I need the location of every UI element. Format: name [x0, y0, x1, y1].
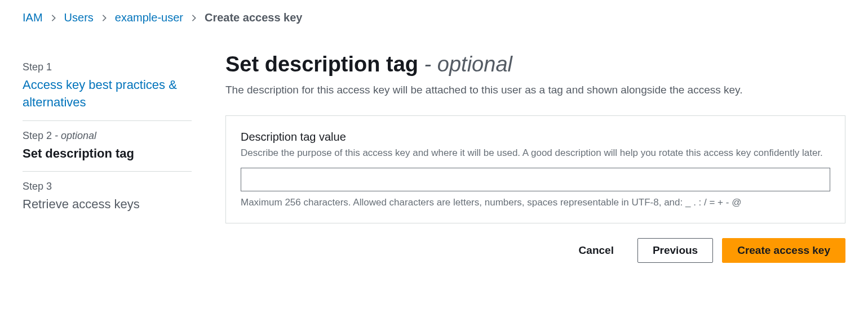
chevron-right-icon	[190, 14, 198, 22]
breadcrumb-iam[interactable]: IAM	[23, 11, 43, 24]
wizard-actions: Cancel Previous Create access key	[225, 238, 845, 263]
step-3: Step 3 Retrieve access keys	[23, 172, 192, 222]
description-tag-help: Describe the purpose of this access key …	[241, 146, 830, 160]
breadcrumb-current: Create access key	[205, 11, 302, 24]
create-access-key-button[interactable]: Create access key	[722, 238, 845, 263]
page-description: The description for this access key will…	[225, 82, 845, 98]
main-content: Set description tag - optional The descr…	[225, 52, 845, 263]
breadcrumb: IAM Users example-user Create access key	[23, 11, 845, 24]
step-2[interactable]: Step 2 - optional Set description tag	[23, 121, 192, 172]
breadcrumb-users[interactable]: Users	[64, 11, 94, 24]
breadcrumb-example-user[interactable]: example-user	[115, 11, 183, 24]
step-2-title: Set description tag	[23, 145, 192, 163]
chevron-right-icon	[100, 14, 108, 22]
description-tag-constraint: Maximum 256 characters. Allowed characte…	[241, 197, 830, 208]
step-navigation: Step 1 Access key best practices & alter…	[23, 52, 192, 263]
previous-button[interactable]: Previous	[637, 238, 713, 263]
step-2-label: Step 2 - optional	[23, 130, 192, 142]
description-tag-panel: Description tag value Describe the purpo…	[225, 115, 845, 224]
step-3-label: Step 3	[23, 181, 192, 192]
chevron-right-icon	[50, 14, 57, 22]
description-tag-label: Description tag value	[241, 131, 830, 144]
step-1-title: Access key best practices & alternatives	[23, 77, 192, 111]
step-1-label: Step 1	[23, 61, 192, 73]
step-1[interactable]: Step 1 Access key best practices & alter…	[23, 52, 192, 120]
page-title: Set description tag - optional	[225, 52, 845, 77]
description-tag-input[interactable]	[241, 168, 830, 191]
step-3-title: Retrieve access keys	[23, 196, 192, 213]
cancel-button[interactable]: Cancel	[564, 239, 628, 262]
